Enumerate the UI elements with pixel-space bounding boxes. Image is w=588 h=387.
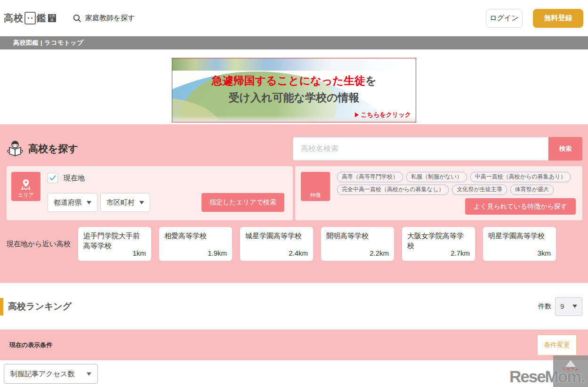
header-actions: ログイン 無料登録 bbox=[486, 9, 583, 28]
feature-label: 特徴 bbox=[310, 192, 321, 199]
ranking-header: 高校ランキング 件数 9 bbox=[0, 283, 588, 330]
school-card[interactable]: 追手門学院大手前高等学校 1km bbox=[78, 227, 151, 261]
banner-line2: 受け入れ可能な学校の情報 bbox=[172, 89, 416, 106]
feature-search-button[interactable]: よく見られている特徴から探す bbox=[465, 198, 576, 215]
school-card[interactable]: 相愛高等学校 1.9km bbox=[159, 227, 232, 261]
school-card[interactable]: 明星学園高等学校 3km bbox=[483, 227, 556, 261]
school-name: 城星学園高等学校 bbox=[245, 231, 308, 241]
banner-cta-link[interactable]: こちらをクリック bbox=[355, 111, 411, 119]
school-distance: 2.2km bbox=[370, 249, 389, 257]
school-card[interactable]: 開明高等学校 2.2km bbox=[321, 227, 394, 261]
chevron-down-icon bbox=[87, 201, 91, 204]
section-title: 高校を探す bbox=[7, 140, 78, 157]
school-name: 追手門学院大手前高等学校 bbox=[83, 231, 146, 250]
login-button[interactable]: ログイン bbox=[486, 9, 523, 28]
logo-text-left: 高校 bbox=[4, 12, 24, 24]
book-face-icon bbox=[24, 12, 36, 24]
sort-dropdown[interactable]: 制服記事アクセス数 bbox=[4, 364, 98, 384]
school-search-section: 高校を探す 検索 エリア bbox=[0, 124, 588, 283]
prefecture-dropdown-value: 都道府県 bbox=[54, 198, 82, 207]
feature-filter-box: 特徴 高専（高等専門学校） 私服（制服がない） 中高一貫校（高校からの募集あり）… bbox=[295, 166, 582, 220]
logo-text-right: 鑑 bbox=[37, 12, 47, 24]
school-distance: 2.4km bbox=[289, 249, 308, 257]
nearby-schools-row: 現在地から近い高校 追手門学院大手前高等学校 1km 相愛高等学校 1.9km … bbox=[7, 227, 582, 261]
banner-headline: 急遽帰国することになった生徒を 受け入れ可能な学校の情報 bbox=[172, 73, 416, 106]
section-title-text: 高校を探す bbox=[28, 142, 78, 155]
header: 高校 鑑 全国版 家庭教師を探す ログイン 無料登録 bbox=[0, 0, 588, 36]
area-label: エリア bbox=[18, 192, 34, 199]
count-dropdown-value: 9 bbox=[560, 302, 564, 310]
tutor-search-label: 家庭教師を探す bbox=[85, 14, 135, 23]
scroll-to-top-button[interactable] bbox=[553, 355, 588, 387]
filter-row: エリア 現在地 都道府県 市 bbox=[7, 166, 582, 220]
feature-tag[interactable]: 完全中高一貫校（高校からの募集なし） bbox=[337, 185, 449, 195]
school-card[interactable]: 大阪女学院高等学校 2.7km bbox=[402, 227, 475, 261]
page: 高校 鑑 全国版 家庭教師を探す ログイン 無料登録 高校図鑑 | ラコモトップ bbox=[0, 0, 588, 387]
school-name-search-button[interactable]: 検索 bbox=[548, 137, 582, 161]
reading-person-icon bbox=[7, 140, 24, 157]
school-distance: 1km bbox=[133, 249, 146, 257]
gold-accent-bar bbox=[0, 298, 3, 315]
display-conditions-bar: 現在の表示条件 条件変更 bbox=[0, 330, 588, 360]
school-name: 大阪女学院高等学校 bbox=[407, 231, 470, 250]
city-dropdown-value: 市区町村 bbox=[106, 198, 135, 207]
feature-tag[interactable]: 体育祭が盛大 bbox=[510, 185, 554, 195]
school-name-search: 検索 bbox=[293, 137, 582, 161]
breadcrumb: 高校図鑑 | ラコモトップ bbox=[0, 36, 588, 49]
breadcrumb-text: 高校図鑑 | ラコモトップ bbox=[13, 39, 83, 47]
chevron-down-icon bbox=[572, 305, 577, 308]
area-category-square: エリア bbox=[11, 172, 40, 201]
play-arrow-icon bbox=[355, 113, 359, 117]
school-name-input[interactable] bbox=[293, 137, 548, 161]
arrow-up-icon bbox=[565, 360, 576, 367]
change-conditions-button[interactable]: 条件変更 bbox=[537, 335, 577, 355]
current-location-label: 現在地 bbox=[64, 174, 85, 183]
feature-tag[interactable]: 文化祭が生徒主導 bbox=[452, 185, 507, 195]
site-logo[interactable]: 高校 鑑 全国版 bbox=[4, 12, 56, 24]
city-dropdown[interactable]: 市区町村 bbox=[100, 193, 150, 212]
tutor-search-link[interactable]: 家庭教師を探す bbox=[73, 14, 135, 23]
count-label: 件数 bbox=[538, 302, 551, 311]
nearby-label: 現在地から近い高校 bbox=[7, 240, 78, 249]
bottom-row: 制服記事アクセス数 bbox=[0, 360, 588, 387]
chevron-down-icon bbox=[139, 201, 144, 204]
school-name: 明星学園高等学校 bbox=[488, 231, 551, 241]
school-distance: 2.7km bbox=[451, 249, 470, 257]
banner-line1-suffix: を bbox=[365, 74, 377, 87]
sort-dropdown-value: 制服記事アクセス数 bbox=[10, 370, 74, 379]
conditions-label: 現在の表示条件 bbox=[9, 341, 52, 349]
returnee-students-banner[interactable]: 急遽帰国することになった生徒を 受け入れ可能な学校の情報 こちらをクリック bbox=[172, 58, 416, 122]
hero-area: 急遽帰国することになった生徒を 受け入れ可能な学校の情報 こちらをクリック bbox=[0, 49, 588, 124]
school-distance: 3km bbox=[538, 249, 551, 257]
current-location-checkbox[interactable] bbox=[48, 173, 58, 183]
area-search-button[interactable]: 指定したエリアで検索 bbox=[201, 193, 284, 212]
school-cards: 追手門学院大手前高等学校 1km 相愛高等学校 1.9km 城星学園高等学校 2… bbox=[78, 227, 556, 261]
banner-line1-red: 急遽帰国することになった生徒 bbox=[212, 74, 365, 87]
count-dropdown[interactable]: 9 bbox=[555, 297, 582, 316]
feature-tag[interactable]: 私服（制服がない） bbox=[406, 172, 467, 182]
ranking-title: 高校ランキング bbox=[8, 300, 72, 313]
area-filter-box: エリア 現在地 都道府県 市 bbox=[7, 166, 293, 220]
school-name: 開明高等学校 bbox=[326, 231, 389, 241]
school-card[interactable]: 城星学園高等学校 2.4km bbox=[240, 227, 313, 261]
feature-tag[interactable]: 高専（高等専門学校） bbox=[337, 172, 403, 182]
feature-tag[interactable]: 中高一貫校（高校からの募集あり） bbox=[470, 172, 571, 182]
count-group: 件数 9 bbox=[538, 297, 582, 316]
school-name: 相愛高等学校 bbox=[164, 231, 227, 241]
feature-category-square: 特徴 bbox=[301, 172, 330, 201]
register-button[interactable]: 無料登録 bbox=[533, 9, 583, 28]
checkmark-icon bbox=[49, 175, 56, 181]
logo-badge: 全国版 bbox=[48, 14, 56, 22]
map-pin-icon bbox=[20, 178, 32, 191]
chevron-down-icon bbox=[87, 372, 91, 376]
search-icon bbox=[73, 14, 81, 23]
search-top-row: 高校を探す 検索 bbox=[7, 137, 582, 161]
prefecture-dropdown[interactable]: 都道府県 bbox=[48, 193, 97, 212]
school-distance: 1.9km bbox=[208, 249, 227, 257]
feature-tags: 高専（高等専門学校） 私服（制服がない） 中高一貫校（高校からの募集あり） 完全… bbox=[337, 172, 577, 195]
banner-cta-label: こちらをクリック bbox=[361, 111, 411, 119]
